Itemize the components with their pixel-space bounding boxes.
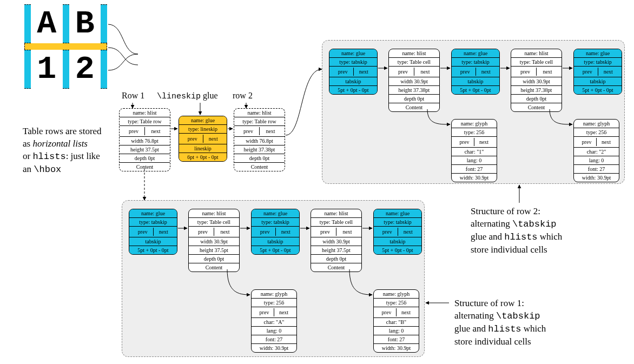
explanatory-text: Table rows are stored as horizontal list… xyxy=(23,125,131,176)
r2-tabskip-2: name: glue type: tabskip prevnext tabski… xyxy=(451,49,500,95)
label-row2: row 2 xyxy=(233,91,253,101)
r2-glyph-2: name: glyph type: 256 prevnext char: "2"… xyxy=(573,119,619,182)
r2-cell-1: name: hlist type: Table cell prevnext wi… xyxy=(388,49,440,112)
r1-cell-1: name: hlist type: Table cell prevnext wi… xyxy=(188,209,240,272)
r2-cell-2: name: hlist type: Table cell prevnext wi… xyxy=(511,49,562,112)
node-row2-hlist: name: hlist type: Table row prevnext wid… xyxy=(234,108,285,171)
caption-row1: Structure of row 1: alternating \tabskip… xyxy=(454,297,573,348)
cell-2: 2 xyxy=(69,50,101,89)
label-lineskip: \lineskip glue xyxy=(157,91,218,101)
node-row1-hlist: name: hlist type: Table row prevnext wid… xyxy=(119,108,170,171)
r1-glyph-B: name: glyph type: 256 prevnext char: "B"… xyxy=(373,289,419,353)
r1-tabskip-2: name: glue type: tabskip prevnext tabski… xyxy=(251,209,300,255)
r2-tabskip-3: name: glue type: tabskip prevnext tabski… xyxy=(573,49,622,95)
label-row1: Row 1 xyxy=(122,91,144,101)
cell-1: 1 xyxy=(31,50,63,89)
cell-A: A xyxy=(31,4,63,43)
cell-B: B xyxy=(69,4,101,43)
r2-glyph-1: name: glyph type: 256 prevnext char: "1"… xyxy=(451,119,497,182)
node-lineskip-glue: name: glue type: lineskip prevnext lines… xyxy=(179,116,227,162)
r1-glyph-A: name: glyph type: 256 prevnext char: "A"… xyxy=(251,289,297,353)
r1-tabskip-1: name: glue type: tabskip prevnext tabski… xyxy=(129,209,177,255)
r1-tabskip-3: name: glue type: tabskip prevnext tabski… xyxy=(373,209,422,255)
r2-tabskip-1: name: glue type: tabskip prevnext tabski… xyxy=(329,49,378,95)
r1-cell-2: name: hlist type: Table cell prevnext wi… xyxy=(311,209,362,272)
table-thumbnail: A B 1 2 xyxy=(24,4,107,89)
caption-row2: Structure of row 2: alternating \tabskip… xyxy=(471,206,590,256)
